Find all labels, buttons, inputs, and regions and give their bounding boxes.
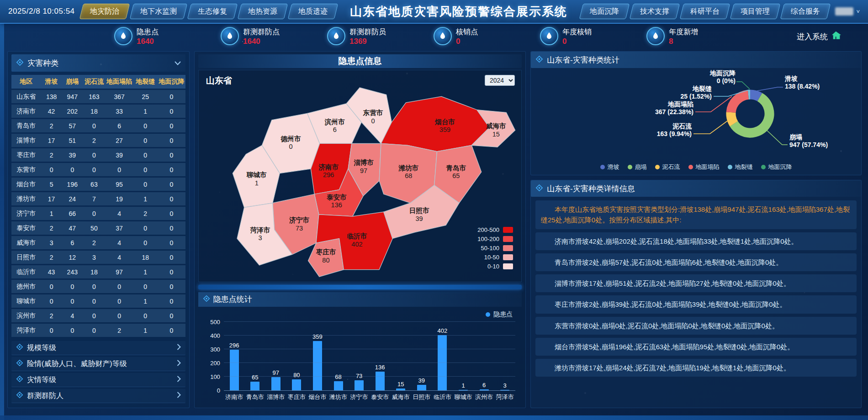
value-cell: 0 bbox=[158, 90, 185, 103]
value-cell: 0 bbox=[133, 309, 158, 322]
value-cell: 0 bbox=[83, 294, 106, 308]
alert-pin-icon bbox=[540, 27, 558, 45]
bar-枣庄市: 80 bbox=[286, 322, 307, 390]
map-legend-item-50-100: 50-100 bbox=[477, 245, 513, 252]
bar-济南市: 296 bbox=[224, 322, 245, 390]
accordion-item-险情(威胁人口、威胁财产)等级[interactable]: 险情(威胁人口、威胁财产)等级 bbox=[11, 357, 185, 371]
tab-项目管理[interactable]: 项目管理 bbox=[730, 4, 780, 19]
value-cell: 4 bbox=[106, 207, 133, 220]
stat-text: 隐患点1640 bbox=[137, 27, 159, 46]
donut-legend-item-地裂缝[interactable]: 地裂缝 bbox=[728, 163, 753, 171]
user-menu[interactable]: ˅ bbox=[835, 7, 860, 16]
value-cell: 0 bbox=[62, 324, 83, 337]
legend-label: 地裂缝 bbox=[735, 163, 753, 171]
stat-text: 核销点0 bbox=[456, 27, 478, 46]
region-cell: 济南市 bbox=[11, 105, 41, 118]
tab-地灾防治[interactable]: 地灾防治 bbox=[79, 4, 129, 19]
tab-地热资源[interactable]: 地热资源 bbox=[237, 4, 287, 19]
legend-dot bbox=[600, 165, 605, 169]
year-select[interactable]: 2024 bbox=[485, 75, 515, 86]
value-cell: 0 bbox=[62, 280, 83, 293]
value-cell: 0 bbox=[133, 148, 158, 162]
value-cell: 37 bbox=[106, 221, 133, 235]
accordion-item-规模等级[interactable]: 规模等级 bbox=[11, 341, 185, 355]
legend-label: 泥石流 bbox=[662, 163, 680, 171]
bar-value: 65 bbox=[252, 374, 258, 381]
callout-line-崩塌 bbox=[767, 130, 788, 145]
x-label-济南市: 济南市 bbox=[224, 393, 245, 401]
map-region-烟台市[interactable]: 烟台市359 bbox=[381, 96, 489, 152]
value-cell: 39 bbox=[106, 148, 133, 162]
map-legend-item-10-50: 10-50 bbox=[477, 254, 513, 261]
bar-value: 296 bbox=[229, 342, 239, 349]
tab-综合服务[interactable]: 综合服务 bbox=[780, 4, 831, 19]
value-cell: 0 bbox=[106, 280, 133, 293]
bar-value: 39 bbox=[418, 377, 425, 384]
donut-legend-item-滑坡[interactable]: 滑坡 bbox=[600, 163, 619, 171]
value-cell: 27 bbox=[106, 134, 133, 147]
table-row: 潍坊市172471910 bbox=[11, 192, 185, 205]
tab-label: 地热资源 bbox=[248, 7, 277, 16]
detail-item-4: 枣庄市滑坡2处,崩塌39处,泥石流0处,地面塌陷39处,地裂缝0处,地面沉降0处… bbox=[535, 295, 857, 313]
disaster-types-header[interactable]: 灾害种类 bbox=[11, 54, 185, 72]
value-cell: 0 bbox=[158, 119, 185, 132]
home-icon bbox=[831, 31, 842, 42]
callout-line-地面沉降 bbox=[736, 82, 750, 89]
tab-技术支撑[interactable]: 技术支撑 bbox=[630, 4, 680, 19]
chevron-right-icon bbox=[177, 344, 181, 352]
donut-chart: 地面沉降0 (0%)滑坡138 (8.42%)崩塌947 (57.74%)泥石流… bbox=[531, 68, 861, 158]
bar-value: 1 bbox=[461, 382, 465, 389]
value-cell: 2 bbox=[106, 324, 133, 337]
bar-value: 6 bbox=[482, 382, 486, 388]
detail-item-7: 潍坊市滑坡17处,崩塌24处,泥石流7处,地面塌陷19处,地裂缝1处,地面沉降0… bbox=[535, 359, 857, 377]
table-row: 枣庄市23903900 bbox=[11, 148, 185, 162]
map-legend: 200-500100-20050-10010-500-10 bbox=[477, 226, 513, 270]
tab-地下水监测[interactable]: 地下水监测 bbox=[129, 4, 187, 19]
x-label-青岛市: 青岛市 bbox=[244, 393, 265, 401]
gridline-300 bbox=[224, 349, 515, 349]
donut-legend-item-崩塌[interactable]: 崩塌 bbox=[628, 163, 647, 171]
alert-pin-icon bbox=[221, 27, 239, 45]
tab-label: 科研平台 bbox=[690, 7, 720, 16]
top-header: 2025/2/8 10:05:54 地灾防治地下水监测生态修复地热资源地质遗迹 … bbox=[0, 0, 868, 24]
value-cell: 3 bbox=[83, 251, 106, 264]
legend-swatch bbox=[503, 245, 513, 251]
enter-system-button[interactable]: 进入系统 bbox=[797, 31, 842, 42]
donut-legend-item-地面塌陷[interactable]: 地面塌陷 bbox=[688, 163, 720, 171]
value-cell: 0 bbox=[158, 251, 185, 264]
details-list[interactable]: 本年度山东省地质灾害按照灾害类型划分:滑坡138处,崩塌947处,泥石流163处… bbox=[531, 197, 861, 408]
value-cell: 12 bbox=[62, 251, 83, 264]
stat-item-年度核销: 年度核销0 bbox=[540, 27, 646, 46]
y-tick-400: 400 bbox=[210, 332, 220, 339]
bar-value: 97 bbox=[273, 369, 279, 376]
donut-card-title: 山东省-灾害种类统计 bbox=[547, 55, 857, 65]
stat-label: 年度新增 bbox=[669, 27, 698, 37]
table-row: 泰安市247503700 bbox=[11, 221, 185, 235]
value-cell: 0 bbox=[83, 207, 106, 220]
tab-科研平台[interactable]: 科研平台 bbox=[680, 4, 730, 19]
x-label-聊城市: 聊城市 bbox=[453, 393, 474, 401]
accordion-item-灾情等级[interactable]: 灾情等级 bbox=[11, 373, 185, 387]
value-cell: 2 bbox=[83, 236, 106, 249]
disaster-details-card: 山东省-灾害种类详情信息 本年度山东省地质灾害按照灾害类型划分:滑坡138处,崩… bbox=[530, 180, 862, 408]
value-cell: 1 bbox=[133, 192, 158, 205]
region-cell: 泰安市 bbox=[11, 221, 41, 235]
donut-legend-item-地面沉降[interactable]: 地面沉降 bbox=[761, 163, 792, 171]
stat-label: 群测群防员 bbox=[349, 27, 386, 37]
bar-rect bbox=[376, 372, 385, 390]
bar-聊城市: 1 bbox=[453, 322, 474, 390]
value-cell: 0 bbox=[158, 207, 185, 220]
tab-地面沉降[interactable]: 地面沉降 bbox=[579, 4, 630, 19]
bar-淄博市: 97 bbox=[265, 322, 286, 390]
bar-chart-legend[interactable]: 隐患点 bbox=[486, 310, 513, 319]
value-cell: 0 bbox=[158, 148, 185, 162]
y-tick-100: 100 bbox=[210, 373, 220, 380]
accordion-item-群测群防人[interactable]: 群测群防人 bbox=[11, 389, 185, 403]
tab-生态修复[interactable]: 生态修复 bbox=[187, 4, 237, 19]
legend-range-label: 0-10 bbox=[487, 263, 499, 270]
value-cell: 0 bbox=[133, 236, 158, 249]
donut-legend-item-泥石流[interactable]: 泥石流 bbox=[655, 163, 680, 171]
table-header-row: 地区滑坡崩塌泥石流地面塌陷地裂缝地面沉降 bbox=[11, 75, 185, 89]
tab-地质遗迹[interactable]: 地质遗迹 bbox=[287, 4, 338, 19]
x-label-枣庄市: 枣庄市 bbox=[286, 393, 307, 401]
